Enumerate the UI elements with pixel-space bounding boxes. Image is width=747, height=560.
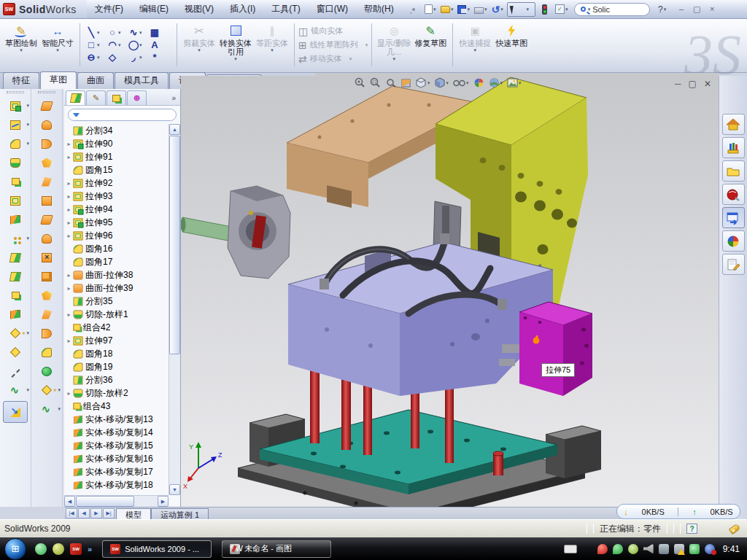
quick-launch-icon[interactable]: [53, 543, 64, 555]
tray-icon[interactable]: [613, 544, 623, 554]
feature-tree-item[interactable]: 圆角16: [66, 242, 169, 255]
custom-properties-button[interactable]: [722, 254, 745, 275]
feature-tree-item[interactable]: 实体-移动/复制13: [66, 413, 169, 426]
network-monitor-widget[interactable]: ↓ 0KB/S ↑ 0KB/S: [616, 504, 740, 519]
zoom-area-icon[interactable]: [370, 77, 381, 88]
ribbon-tab[interactable]: 特征: [3, 72, 39, 89]
assembly-model[interactable]: Y Z X: [181, 76, 719, 507]
sketch-entity-button[interactable]: ╲▾: [85, 27, 105, 38]
surfaces-toolbar-button[interactable]: [31, 324, 62, 343]
model-tab[interactable]: 模型: [116, 508, 151, 519]
tray-icon[interactable]: [659, 544, 669, 554]
features-toolbar-button[interactable]: [0, 286, 31, 305]
menu-item[interactable]: 窗口(W): [309, 3, 356, 15]
tab-featuremanager[interactable]: [66, 90, 85, 105]
close-button[interactable]: ×: [706, 4, 719, 15]
feature-tree-item[interactable]: ▸ 拉伸94: [66, 203, 169, 216]
feature-tree-item[interactable]: ▸ 拉伸96: [66, 229, 169, 242]
feature-tree-item[interactable]: ▸ 曲面-拉伸39: [66, 281, 169, 295]
offset-entities-button[interactable]: ∥ 等距实体▾: [254, 20, 290, 69]
features-toolbar-button[interactable]: [0, 343, 31, 362]
features-toolbar-button[interactable]: [0, 172, 31, 191]
options-button[interactable]: ✓: [554, 3, 569, 16]
taskbar-task-button[interactable]: SW SolidWorks 2009 - ...: [102, 540, 212, 558]
feature-tree-item[interactable]: 分割34: [66, 124, 169, 137]
features-toolbar-button[interactable]: ▾: [0, 96, 31, 115]
surfaces-toolbar-button[interactable]: [31, 305, 62, 324]
tray-icon[interactable]: [705, 544, 715, 554]
feature-tree-item[interactable]: ▸ 切除-放样2: [66, 386, 169, 400]
menu-item[interactable]: 视图(V): [177, 3, 222, 15]
tab-propertymanager[interactable]: ✎: [86, 90, 106, 105]
doc-minimize-button[interactable]: ─: [675, 79, 681, 89]
sketch-entity-button[interactable]: ◞▾: [128, 52, 147, 63]
surfaces-toolbar-button[interactable]: [31, 134, 62, 153]
apply-scene-icon[interactable]: ▾: [489, 77, 503, 88]
tray-icon[interactable]: [689, 544, 700, 554]
feature-tree-item[interactable]: 实体-移动/复制15: [66, 439, 169, 452]
scroll-right-arrow[interactable]: ▶: [158, 496, 169, 507]
feature-tree-item[interactable]: ▸ 拉伸93: [66, 190, 169, 203]
surfaces-toolbar-button[interactable]: [31, 115, 62, 134]
menu-item[interactable]: 编辑(E): [131, 3, 177, 15]
view-palette-button[interactable]: [722, 207, 745, 228]
sketch-entity-button[interactable]: ◯▾: [128, 39, 147, 50]
linear-pattern-button[interactable]: ⊞线性草图阵列▾: [298, 39, 368, 51]
expand-arrow-icon[interactable]: ▸: [66, 219, 72, 226]
tray-icon[interactable]: [628, 544, 638, 554]
scroll-down-arrow[interactable]: ▼: [169, 484, 180, 495]
feature-tree-item[interactable]: 分割36: [66, 373, 169, 386]
messenger-icon[interactable]: [35, 543, 47, 555]
surfaces-toolbar-button[interactable]: [31, 210, 62, 229]
expand-arrow-icon[interactable]: ▸: [66, 141, 72, 147]
tray-icon[interactable]: [597, 544, 608, 554]
keyboard-layout-icon[interactable]: [564, 545, 577, 553]
mirror-entities-button[interactable]: ◫镜向实体: [298, 26, 368, 37]
menu-item[interactable]: 帮助(H): [356, 3, 402, 15]
model-tab[interactable]: 运动算例 1: [151, 508, 209, 519]
feature-tree-item[interactable]: ▸ 切除-放样1: [66, 308, 169, 321]
scrollbar-thumb[interactable]: [76, 496, 134, 507]
display-delete-relations-button[interactable]: ◎ 显示/删除几...▾: [376, 20, 412, 69]
features-toolbar-button[interactable]: ▾: [0, 229, 31, 248]
surfaces-toolbar-button[interactable]: [31, 286, 62, 305]
tree-vertical-scrollbar[interactable]: ▲ ▼: [169, 124, 180, 495]
surfaces-toolbar-button[interactable]: [31, 153, 62, 172]
sketch-entity-button[interactable]: ○▾: [107, 27, 126, 38]
scrollbar-thumb[interactable]: [169, 136, 180, 354]
expand-arrow-icon[interactable]: ▸: [66, 154, 72, 160]
ribbon-tab[interactable]: 模具工具: [115, 72, 169, 89]
tags-icon[interactable]: [729, 523, 741, 534]
expand-arrow-icon[interactable]: ▸: [66, 285, 72, 292]
menu-item[interactable]: 插入(I): [222, 3, 263, 15]
sketch-entity-button[interactable]: □▾: [85, 39, 105, 50]
expand-arrow-icon[interactable]: ▸: [66, 338, 72, 344]
design-library-button[interactable]: [722, 137, 745, 158]
features-toolbar-button[interactable]: [0, 362, 31, 381]
feature-tree-item[interactable]: 圆角17: [66, 255, 169, 268]
sketch-entity-button[interactable]: *: [149, 52, 169, 63]
toolbar-grip[interactable]: [38, 91, 55, 93]
expand-arrow-icon[interactable]: ▸: [66, 206, 72, 213]
surfaces-toolbar-button[interactable]: [31, 191, 62, 210]
print-button[interactable]: [473, 3, 488, 16]
expand-arrow-icon[interactable]: ▸: [66, 272, 72, 279]
panel-tabs-overflow[interactable]: »: [171, 94, 179, 105]
sketch-button[interactable]: ✎ 草图绘制▾: [3, 20, 39, 69]
feature-tree-item[interactable]: ▸ 拉伸91: [66, 150, 169, 163]
toolbar-grip[interactable]: [7, 91, 24, 93]
sketch-entity-button[interactable]: ⊖▾: [85, 52, 105, 63]
features-toolbar-button[interactable]: ▾: [0, 115, 31, 134]
expand-arrow-icon[interactable]: ▸: [66, 193, 72, 200]
search-button[interactable]: [722, 184, 745, 205]
features-toolbar-button[interactable]: [0, 153, 31, 172]
ribbon-tab[interactable]: 草图: [40, 71, 77, 89]
expand-arrow-icon[interactable]: ▸: [66, 233, 72, 239]
features-toolbar-button[interactable]: [0, 191, 31, 210]
tab-next-button[interactable]: ▶: [90, 508, 102, 518]
tab-first-button[interactable]: |◀: [66, 508, 77, 518]
display-style-icon[interactable]: ▾: [435, 77, 449, 88]
instant3d-button[interactable]: [3, 401, 28, 423]
doc-restore-button[interactable]: ▢: [689, 79, 697, 89]
help-button[interactable]: ?: [655, 3, 670, 16]
